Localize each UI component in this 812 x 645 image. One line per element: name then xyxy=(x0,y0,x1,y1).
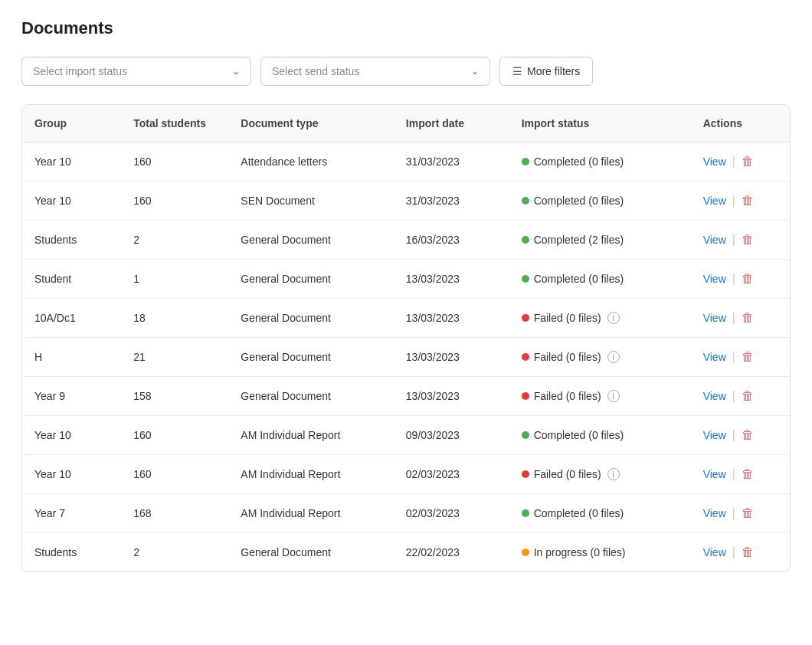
delete-icon[interactable]: 🗑 xyxy=(742,467,754,481)
delete-icon[interactable]: 🗑 xyxy=(742,272,754,286)
actions-divider: | xyxy=(732,545,735,559)
cell-import-date: 13/03/2023 xyxy=(394,299,509,338)
cell-import-date: 22/02/2023 xyxy=(394,533,509,572)
header-group: Group xyxy=(22,105,121,142)
table-row: Year 10160SEN Document31/03/2023Complete… xyxy=(22,182,790,221)
status-dot-icon xyxy=(522,431,529,439)
table-row: Year 10160AM Individual Report02/03/2023… xyxy=(22,455,790,494)
view-link[interactable]: View xyxy=(703,234,726,246)
view-link[interactable]: View xyxy=(703,507,726,519)
status-dot-icon xyxy=(522,548,529,556)
delete-icon[interactable]: 🗑 xyxy=(742,428,754,442)
actions-divider: | xyxy=(732,467,735,481)
cell-actions: View|🗑 xyxy=(691,142,790,182)
status-dot-icon xyxy=(522,470,529,478)
info-icon[interactable]: i xyxy=(607,390,620,402)
cell-import-date: 02/03/2023 xyxy=(394,494,509,533)
cell-actions: View|🗑 xyxy=(691,416,790,455)
cell-total-students: 2 xyxy=(121,533,228,572)
cell-actions: View|🗑 xyxy=(691,182,790,221)
more-filters-button[interactable]: ☰ More filters xyxy=(499,57,593,86)
cell-actions: View|🗑 xyxy=(691,299,790,338)
actions-divider: | xyxy=(732,350,735,364)
cell-total-students: 1 xyxy=(121,260,228,299)
status-text: Failed (0 files) xyxy=(534,390,601,402)
cell-import-status: Completed (0 files) xyxy=(509,494,691,533)
actions-divider: | xyxy=(732,155,735,169)
header-actions: Actions xyxy=(691,105,790,142)
view-link[interactable]: View xyxy=(703,195,726,207)
table-row: Students2General Document16/03/2023Compl… xyxy=(22,221,790,260)
delete-icon[interactable]: 🗑 xyxy=(742,233,754,247)
cell-group: Year 9 xyxy=(22,377,121,416)
cell-group: Year 10 xyxy=(22,142,121,182)
status-text: In progress (0 files) xyxy=(534,546,626,558)
cell-group: Students xyxy=(22,533,121,572)
import-status-dropdown[interactable]: Select import status ⌄ xyxy=(21,57,251,86)
cell-document-type: SEN Document xyxy=(228,182,393,221)
view-link[interactable]: View xyxy=(703,546,726,558)
cell-actions: View|🗑 xyxy=(691,533,790,572)
status-text: Completed (0 files) xyxy=(534,156,624,168)
view-link[interactable]: View xyxy=(703,351,726,363)
table-row: 10A/Dc118General Document13/03/2023Faile… xyxy=(22,299,790,338)
view-link[interactable]: View xyxy=(703,429,726,441)
info-icon[interactable]: i xyxy=(607,468,620,480)
cell-import-status: Completed (0 files) xyxy=(509,416,691,455)
cell-group: H xyxy=(22,338,121,377)
status-text: Completed (2 files) xyxy=(534,234,624,246)
cell-group: Student xyxy=(22,260,121,299)
cell-import-status: Completed (0 files) xyxy=(509,182,691,221)
table-row: H21General Document13/03/2023Failed (0 f… xyxy=(22,338,790,377)
delete-icon[interactable]: 🗑 xyxy=(742,506,754,520)
status-text: Failed (0 files) xyxy=(534,468,601,480)
delete-icon[interactable]: 🗑 xyxy=(742,350,754,364)
cell-import-date: 31/03/2023 xyxy=(394,142,509,182)
actions-divider: | xyxy=(732,389,735,403)
table-row: Year 9158General Document13/03/2023Faile… xyxy=(22,377,790,416)
documents-table: Group Total students Document type Impor… xyxy=(22,105,790,571)
delete-icon[interactable]: 🗑 xyxy=(742,311,754,325)
cell-group: 10A/Dc1 xyxy=(22,299,121,338)
cell-actions: View|🗑 xyxy=(691,494,790,533)
cell-document-type: AM Individual Report xyxy=(228,455,393,494)
send-status-dropdown[interactable]: Select send status ⌄ xyxy=(260,57,490,86)
cell-actions: View|🗑 xyxy=(691,338,790,377)
info-icon[interactable]: i xyxy=(607,351,620,363)
documents-table-container: Group Total students Document type Impor… xyxy=(21,104,791,572)
cell-total-students: 160 xyxy=(121,416,228,455)
status-text: Failed (0 files) xyxy=(534,351,601,363)
import-status-placeholder: Select import status xyxy=(33,65,127,77)
delete-icon[interactable]: 🗑 xyxy=(742,389,754,403)
status-dot-icon xyxy=(522,353,529,361)
delete-icon[interactable]: 🗑 xyxy=(742,155,754,169)
actions-divider: | xyxy=(732,311,735,325)
info-icon[interactable]: i xyxy=(607,312,620,324)
cell-import-date: 31/03/2023 xyxy=(394,182,509,221)
cell-actions: View|🗑 xyxy=(691,455,790,494)
view-link[interactable]: View xyxy=(703,156,726,168)
cell-group: Year 10 xyxy=(22,182,121,221)
cell-actions: View|🗑 xyxy=(691,260,790,299)
table-header-row: Group Total students Document type Impor… xyxy=(22,105,790,142)
cell-total-students: 2 xyxy=(121,221,228,260)
status-text: Completed (0 files) xyxy=(534,195,624,207)
status-dot-icon xyxy=(522,509,529,517)
send-status-chevron-icon: ⌄ xyxy=(471,66,479,77)
view-link[interactable]: View xyxy=(703,312,726,324)
view-link[interactable]: View xyxy=(703,468,726,480)
view-link[interactable]: View xyxy=(703,390,726,402)
cell-group: Year 10 xyxy=(22,416,121,455)
cell-total-students: 21 xyxy=(121,338,228,377)
header-import-status: Import status xyxy=(509,105,691,142)
view-link[interactable]: View xyxy=(703,273,726,285)
status-text: Failed (0 files) xyxy=(534,312,601,324)
delete-icon[interactable]: 🗑 xyxy=(742,194,754,208)
cell-import-date: 09/03/2023 xyxy=(394,416,509,455)
cell-document-type: AM Individual Report xyxy=(228,416,393,455)
delete-icon[interactable]: 🗑 xyxy=(742,545,754,559)
header-import-date: Import date xyxy=(394,105,509,142)
header-document-type: Document type xyxy=(228,105,393,142)
table-row: Student1General Document13/03/2023Comple… xyxy=(22,260,790,299)
cell-document-type: General Document xyxy=(228,338,393,377)
